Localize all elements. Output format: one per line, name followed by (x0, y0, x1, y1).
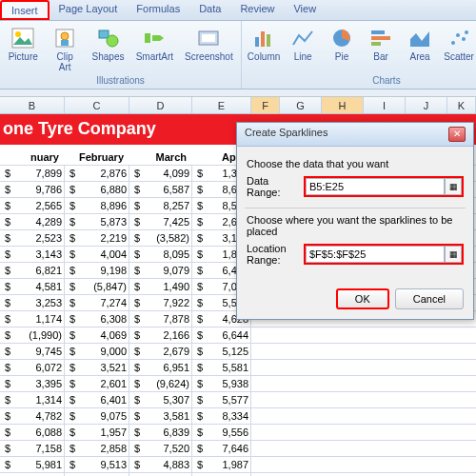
cell[interactable]: $1,490 (129, 279, 192, 294)
cell[interactable]: $4,004 (65, 247, 129, 262)
cell[interactable]: $2,601 (65, 376, 129, 391)
table-row[interactable]: $3,395$2,601$(9,624)$5,938 (0, 376, 476, 392)
table-row[interactable]: $(1,990)$4,069$2,166$6,644 (0, 327, 476, 344)
location-range-input[interactable] (306, 246, 445, 263)
cell[interactable]: $1,957 (65, 425, 129, 440)
scatter-chart-button[interactable]: Scatter (441, 23, 476, 64)
col-d[interactable]: D (129, 97, 192, 113)
cell[interactable]: $4,069 (65, 327, 129, 343)
col-k[interactable]: K (447, 97, 476, 113)
col-g[interactable]: G (280, 97, 322, 113)
cell[interactable]: $5,307 (129, 392, 192, 407)
cell[interactable]: $9,513 (65, 457, 129, 472)
cell[interactable]: $8,896 (65, 198, 129, 213)
cancel-button[interactable]: Cancel (395, 288, 464, 309)
cell[interactable]: $3,395 (0, 376, 65, 391)
cell[interactable]: $9,556 (192, 425, 251, 440)
table-row[interactable]: $7,158$2,858$7,520$7,646 (0, 441, 476, 457)
cell[interactable]: $6,401 (65, 392, 129, 407)
cell[interactable]: $3,581 (129, 408, 192, 424)
table-row[interactable]: $1,314$6,401$5,307$5,577 (0, 392, 476, 408)
range-picker-icon[interactable]: ▦ (445, 178, 462, 195)
cell[interactable]: $5,981 (0, 457, 65, 472)
cell[interactable]: $3,143 (0, 247, 65, 262)
cell[interactable]: $3,253 (0, 295, 65, 310)
cell[interactable]: $6,880 (65, 182, 129, 197)
cell[interactable]: $1,314 (0, 392, 65, 407)
cell[interactable]: $9,786 (0, 182, 65, 197)
cell[interactable]: $7,646 (192, 441, 251, 456)
cell[interactable]: $4,099 (129, 166, 192, 181)
table-row[interactable]: $5,981$9,513$4,883$1,987 (0, 457, 476, 473)
cell[interactable]: $5,938 (192, 376, 251, 391)
shapes-button[interactable]: Shapes (88, 23, 129, 64)
tab-formulas[interactable]: Formulas (127, 0, 189, 20)
data-range-input[interactable] (306, 178, 445, 195)
cell[interactable]: $1,174 (0, 311, 65, 327)
tab-view[interactable]: View (284, 0, 326, 20)
cell[interactable]: $2,219 (65, 230, 129, 246)
cell[interactable]: $9,000 (65, 344, 129, 359)
column-chart-button[interactable]: Column (246, 23, 282, 64)
cell[interactable]: $1,987 (192, 457, 251, 472)
cell[interactable]: $2,523 (0, 230, 65, 246)
area-chart-button[interactable]: Area (402, 23, 438, 64)
cell[interactable]: $8,095 (129, 247, 192, 262)
cell[interactable]: $6,821 (0, 263, 65, 278)
cell[interactable]: $7,425 (129, 214, 192, 229)
cell[interactable]: $(1,990) (0, 327, 65, 343)
range-picker-icon[interactable]: ▦ (445, 246, 462, 263)
cell[interactable]: $4,883 (129, 457, 192, 472)
cell[interactable]: $2,679 (129, 344, 192, 359)
cell[interactable]: $(9,624) (129, 376, 192, 391)
clipart-button[interactable]: Clip Art (45, 23, 85, 74)
cell[interactable]: $4,289 (0, 214, 65, 229)
cell[interactable]: $6,587 (129, 182, 192, 197)
cell[interactable]: $6,951 (129, 360, 192, 375)
cell[interactable]: $7,520 (129, 441, 192, 456)
tab-insert[interactable]: Insert (0, 0, 50, 20)
col-h[interactable]: H (322, 97, 364, 113)
cell[interactable]: $3,521 (65, 360, 129, 375)
cell[interactable]: $9,745 (0, 344, 65, 359)
cell[interactable]: $5,577 (192, 392, 251, 407)
col-e[interactable]: E (192, 97, 251, 113)
cell[interactable]: $2,876 (65, 166, 129, 181)
pie-chart-button[interactable]: Pie (324, 23, 360, 64)
cell[interactable]: $(5,847) (65, 279, 129, 294)
cell[interactable]: $2,858 (65, 441, 129, 456)
cell[interactable]: $7,922 (129, 295, 192, 310)
cell[interactable]: $(3,582) (129, 230, 192, 246)
smartart-button[interactable]: SmartArt (131, 23, 178, 64)
cell[interactable]: $6,072 (0, 360, 65, 375)
close-icon[interactable]: ✕ (448, 127, 466, 142)
line-chart-button[interactable]: Line (285, 23, 321, 64)
cell[interactable]: $9,079 (129, 263, 192, 278)
table-row[interactable]: $6,088$1,957$6,839$9,556 (0, 425, 476, 441)
cell[interactable]: $7,899 (0, 166, 65, 181)
bar-chart-button[interactable]: Bar (363, 23, 399, 64)
col-i[interactable]: I (364, 97, 406, 113)
cell[interactable]: $6,839 (129, 425, 192, 440)
ok-button[interactable]: OK (336, 288, 389, 309)
cell[interactable]: $9,075 (65, 408, 129, 424)
picture-button[interactable]: Picture (4, 23, 42, 64)
cell[interactable]: $5,125 (192, 344, 251, 359)
cell[interactable]: $2,166 (129, 327, 192, 343)
col-f[interactable]: F (251, 97, 280, 113)
cell[interactable]: $5,581 (192, 360, 251, 375)
cell[interactable]: $6,088 (0, 425, 65, 440)
col-j[interactable]: J (406, 97, 447, 113)
cell[interactable]: $8,334 (192, 408, 251, 424)
cell[interactable]: $2,565 (0, 198, 65, 213)
cell[interactable]: $7,158 (0, 441, 65, 456)
col-c[interactable]: C (65, 97, 129, 113)
screenshot-button[interactable]: Screenshot (181, 23, 237, 64)
table-row[interactable]: $4,782$9,075$3,581$8,334 (0, 408, 476, 425)
cell[interactable]: $6,644 (192, 327, 251, 343)
cell[interactable]: $9,198 (65, 263, 129, 278)
cell[interactable]: $7,878 (129, 311, 192, 327)
cell[interactable]: $5,873 (65, 214, 129, 229)
cell[interactable]: $4,782 (0, 408, 65, 424)
tab-data[interactable]: Data (189, 0, 230, 20)
